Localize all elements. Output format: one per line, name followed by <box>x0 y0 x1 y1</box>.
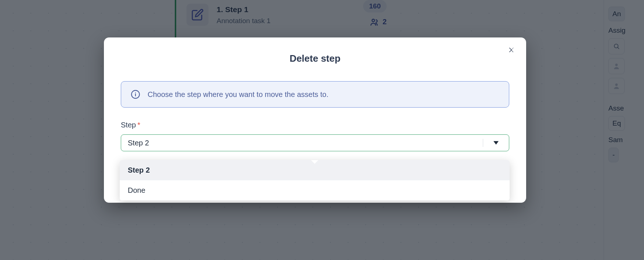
step-select-value: Step 2 <box>121 139 483 147</box>
step-field-label: Step* <box>121 121 509 129</box>
step-select[interactable]: Step 2 <box>121 134 509 151</box>
dropdown-option-done[interactable]: Done <box>120 180 510 201</box>
modal-title: Delete step <box>121 53 509 64</box>
step-select-dropdown: Step 2 Done <box>120 160 510 201</box>
dropdown-option-step2[interactable]: Step 2 <box>120 160 510 180</box>
close-button[interactable] <box>506 45 517 55</box>
info-banner: Choose the step where you want to move t… <box>121 81 509 108</box>
info-banner-text: Choose the step where you want to move t… <box>148 90 329 99</box>
caret-down-icon <box>483 141 509 145</box>
svg-point-5 <box>135 93 136 93</box>
close-icon <box>508 46 515 54</box>
info-icon <box>131 90 140 99</box>
